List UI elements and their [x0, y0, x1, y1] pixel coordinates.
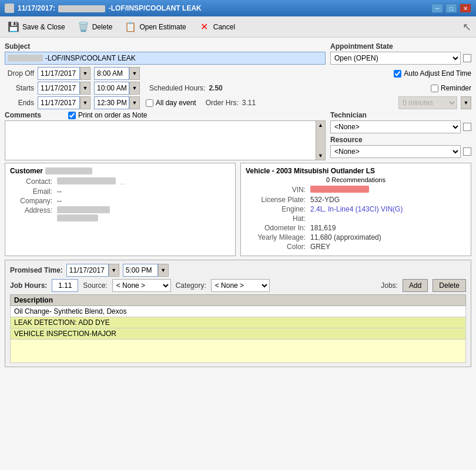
starts-label: Starts — [5, 84, 34, 92]
address-label: Address: — [10, 206, 57, 223]
engine-row: Engine: 2.4L, In-Line4 (143CI) VIN(G) — [246, 205, 466, 213]
technician-select[interactable]: <None> — [330, 120, 461, 133]
cv-section: Customer Contact: ... Email: -- Company:… — [5, 163, 471, 256]
appt-state-select[interactable]: Open (OPEN) — [330, 52, 461, 65]
promised-time-dropdown[interactable]: ▼ — [158, 264, 169, 277]
comments-wrapper: ▲ ▼ — [5, 120, 326, 160]
table-row-empty — [11, 340, 466, 363]
dropoff-time-dropdown[interactable]: ▼ — [129, 67, 140, 80]
close-button[interactable]: ✕ — [460, 4, 471, 13]
auto-adjust-checkbox[interactable] — [394, 70, 401, 78]
table-row[interactable]: VEHICLE INSPECTION-MAJOR — [11, 328, 466, 340]
hat-row: Hat: — [246, 214, 466, 223]
promised-time-row: Promised Time: ▼ ▼ — [10, 264, 466, 277]
dropoff-time-input[interactable] — [94, 67, 129, 80]
bottom-section: Promised Time: ▼ ▼ Job Hours: Source: < … — [5, 260, 471, 367]
resource-select[interactable]: <None> — [330, 145, 461, 158]
estimate-icon: 📋 — [124, 21, 137, 33]
app-icon — [5, 4, 14, 13]
category-select[interactable]: < None > — [211, 279, 270, 292]
starts-time-input[interactable] — [94, 82, 129, 95]
toolbar: 💾 Save & Close 🗑️ Delete 📋 Open Estimate… — [0, 16, 476, 38]
starts-row: Starts ▼ ▼ Scheduled Hours: 2.50 Reminde… — [5, 82, 471, 95]
promised-time-input[interactable] — [123, 264, 158, 277]
delete-button[interactable]: 🗑️ Delete — [75, 19, 115, 35]
dropoff-date-input[interactable] — [38, 67, 80, 80]
allday-label[interactable]: All day event — [146, 99, 196, 107]
promised-date-combo: ▼ — [66, 264, 119, 277]
contact-row: Contact: ... — [10, 177, 230, 186]
window-content: Subject -LOF/INSP/COOLANT LEAK Appointme… — [0, 38, 476, 470]
source-select[interactable]: < None > — [112, 279, 171, 292]
ends-time-input[interactable] — [94, 96, 129, 109]
allday-checkbox[interactable] — [146, 99, 153, 107]
jobs-table: Description Oil Change- Synthetic Blend,… — [10, 294, 466, 363]
technician-label: Technician — [330, 111, 471, 119]
comments-textarea[interactable] — [5, 121, 316, 160]
table-row[interactable]: Oil Change- Synthetic Blend, Dexos — [11, 306, 466, 317]
ends-row: Ends ▼ ▼ All day event Order Hrs: 3.11 0… — [5, 96, 471, 109]
table-row[interactable]: LEAK DETECTION: ADD DYE — [11, 317, 466, 328]
comments-header: Comments Print on order as Note — [5, 111, 326, 119]
print-on-order-checkbox[interactable] — [68, 112, 76, 119]
starts-date-dropdown[interactable]: ▼ — [80, 82, 90, 95]
save-close-button[interactable]: 💾 Save & Close — [5, 19, 68, 35]
ends-time-combo: ▼ — [94, 96, 140, 109]
maximize-button[interactable]: □ — [445, 4, 457, 13]
promised-time-label: Promised Time: — [10, 266, 63, 274]
ends-date-combo: ▼ — [38, 96, 90, 109]
promised-date-input[interactable] — [66, 264, 109, 277]
job-description: VEHICLE INSPECTION-MAJOR — [11, 328, 466, 340]
appt-state-checkbox[interactable] — [463, 54, 471, 62]
promised-date-dropdown[interactable]: ▼ — [109, 264, 119, 277]
add-job-button[interactable]: Add — [403, 279, 428, 292]
cursor: ↖ — [462, 21, 471, 33]
ends-date-input[interactable] — [38, 96, 80, 109]
ends-time-dropdown[interactable]: ▼ — [129, 96, 140, 109]
dropoff-date-combo: ▼ — [38, 67, 90, 80]
job-hours-input[interactable] — [52, 279, 78, 292]
odometer-row: Odometer In: 181,619 — [246, 224, 466, 232]
reminder-label[interactable]: Reminder — [431, 84, 471, 92]
open-estimate-button[interactable]: 📋 Open Estimate — [122, 19, 188, 35]
starts-time-combo: ▼ — [94, 82, 140, 95]
subject-section: Subject -LOF/INSP/COOLANT LEAK — [5, 42, 326, 65]
email-row: Email: -- — [10, 187, 230, 196]
reminder-dd-arrow[interactable]: ▼ — [461, 96, 471, 109]
scroll-down-arrow[interactable]: ▼ — [318, 153, 323, 159]
comments-scrollbar: ▲ ▼ — [316, 121, 325, 160]
cancel-button[interactable]: ✕ Cancel — [196, 19, 237, 35]
minimize-button[interactable]: ─ — [431, 4, 443, 13]
dropoff-row: Drop Off ▼ ▼ Auto Adjust End Time — [5, 67, 471, 80]
customer-header: Customer — [10, 167, 230, 175]
job-hours-label: Job Hours: — [10, 281, 47, 290]
promised-time-combo: ▼ — [123, 264, 169, 277]
category-label: Category: — [176, 281, 206, 290]
color-row: Color: GREY — [246, 243, 466, 251]
reminder-dropdown[interactable]: 0 minutes — [398, 96, 457, 109]
resource-section: Resource <None> — [330, 136, 471, 158]
starts-time-dropdown[interactable]: ▼ — [129, 82, 140, 95]
jobs-table-header: Description — [11, 295, 466, 306]
auto-adjust-label[interactable]: Auto Adjust End Time — [394, 69, 471, 78]
job-row: Job Hours: Source: < None > Category: < … — [10, 279, 466, 292]
license-plate-row: License Plate: 532-YDG — [246, 196, 466, 204]
comments-left: Comments Print on order as Note ▲ ▼ — [5, 111, 326, 160]
subject-row: Subject -LOF/INSP/COOLANT LEAK Appointme… — [5, 42, 471, 65]
dropoff-date-dropdown[interactable]: ▼ — [80, 67, 90, 80]
resource-checkbox[interactable] — [463, 147, 471, 156]
technician-checkbox[interactable] — [463, 123, 471, 131]
source-combo: < None > — [112, 279, 171, 292]
tech-resource-section: Technician <None> Resource <None> — [330, 111, 471, 160]
starts-date-input[interactable] — [38, 82, 80, 95]
recommendations: 0 Recommendations — [246, 176, 466, 183]
print-on-order-label[interactable]: Print on order as Note — [68, 111, 147, 119]
ends-date-dropdown[interactable]: ▼ — [80, 96, 90, 109]
delete-icon: 🗑️ — [77, 21, 90, 33]
delete-job-button[interactable]: Delete — [433, 279, 466, 292]
ends-label: Ends — [5, 99, 34, 107]
scroll-up-arrow[interactable]: ▲ — [318, 122, 323, 128]
reminder-checkbox[interactable] — [431, 85, 438, 92]
title-bar: 11/17/2017: -LOF/INSP/COOLANT LEAK ─ □ ✕ — [0, 0, 476, 16]
scheduled-hours-label: Scheduled Hours: — [149, 84, 205, 92]
